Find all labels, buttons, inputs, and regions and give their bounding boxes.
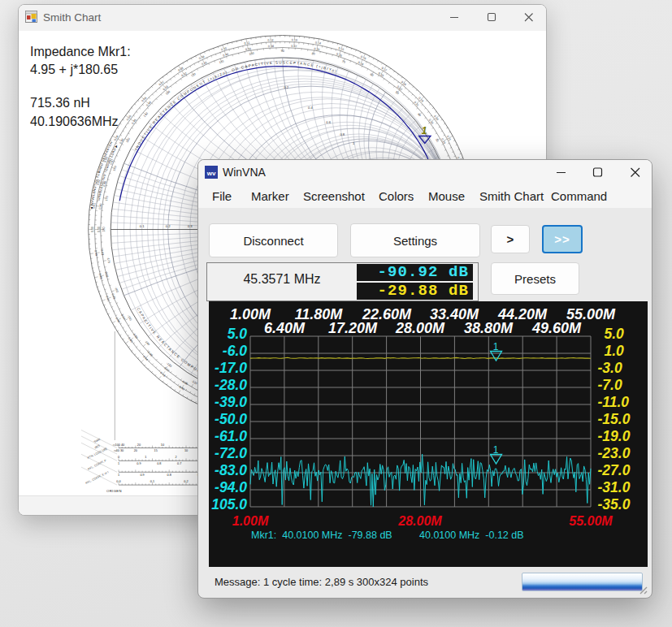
svg-text:-120: -120 <box>191 379 197 385</box>
svg-text:1: 1 <box>422 125 427 136</box>
svg-text:0.49: 0.49 <box>94 250 98 256</box>
svg-text:0.13: 0.13 <box>292 38 297 41</box>
svg-text:1: 1 <box>493 444 499 456</box>
svg-text:0.9: 0.9 <box>140 473 144 477</box>
svg-text:0.05: 0.05 <box>132 333 138 339</box>
svg-text:0.0: 0.0 <box>116 480 120 483</box>
svg-text:0.9: 0.9 <box>137 462 141 465</box>
svg-text:0.1: 0.1 <box>150 480 154 483</box>
svg-text:RFL. COEFF, E or I: RFL. COEFF, E or I <box>85 470 110 485</box>
svg-text:80: 80 <box>311 52 315 56</box>
svg-text:0.04: 0.04 <box>120 314 126 320</box>
svg-text:90: 90 <box>281 50 284 53</box>
svg-text:1: 1 <box>118 462 119 465</box>
svg-text:0.42: 0.42 <box>179 385 185 391</box>
svg-text:170: 170 <box>105 196 109 201</box>
svg-text:-170: -170 <box>106 257 111 263</box>
svg-text:160: 160 <box>113 166 118 171</box>
svg-text:0.7: 0.7 <box>177 462 181 465</box>
svg-text:0.8: 0.8 <box>167 473 171 477</box>
svg-text:0.39: 0.39 <box>245 47 252 51</box>
svg-text:20: 20 <box>134 449 137 452</box>
svg-text:120: 120 <box>190 72 196 77</box>
svg-text:110: 110 <box>219 59 224 64</box>
svg-text:150: 150 <box>125 137 130 143</box>
svg-text:∞40 30: ∞40 30 <box>114 449 124 452</box>
svg-text:130: 130 <box>165 90 171 96</box>
svg-text:0.37: 0.37 <box>291 45 297 48</box>
svg-text:0.1: 0.1 <box>140 224 145 228</box>
svg-text:0.12: 0.12 <box>267 38 273 41</box>
svg-text:0.08: 0.08 <box>182 380 189 386</box>
svg-text:0.00: 0.00 <box>98 227 101 232</box>
svg-text:0.02: 0.02 <box>104 271 109 278</box>
svg-text:∞100 40: ∞100 40 <box>113 443 124 447</box>
svg-text:100: 100 <box>249 52 254 56</box>
svg-text:10: 10 <box>184 449 188 452</box>
svg-text:0.36: 0.36 <box>314 47 320 51</box>
svg-text:0.00: 0.00 <box>91 227 94 232</box>
svg-text:1: 1 <box>118 473 119 477</box>
svg-text:0.01: 0.01 <box>100 249 104 255</box>
svg-text:-150: -150 <box>127 314 132 321</box>
svg-text:-160: -160 <box>114 287 119 293</box>
svg-text:180: 180 <box>102 227 106 232</box>
svg-text:0.40: 0.40 <box>223 53 229 58</box>
svg-text:0.8: 0.8 <box>340 132 345 136</box>
svg-text:0.46: 0.46 <box>115 317 120 323</box>
svg-text:RTN. LOSS [dB]: RTN. LOSS [dB] <box>87 448 107 461</box>
svg-text:-140: -140 <box>144 339 150 346</box>
svg-text:140: 140 <box>143 112 149 118</box>
svg-text:50: 50 <box>395 91 400 96</box>
svg-text:60: 60 <box>370 73 374 77</box>
svg-text:1: 1 <box>145 456 146 459</box>
svg-text:dBS: dBS <box>94 444 101 450</box>
svg-text:0.38: 0.38 <box>268 45 274 48</box>
svg-text:RFL. COEFF, P: RFL. COEFF, P <box>88 459 108 471</box>
svg-text:0.03: 0.03 <box>111 293 115 300</box>
svg-text:2: 2 <box>176 456 177 459</box>
svg-text:0.3: 0.3 <box>188 224 193 228</box>
svg-text:0: 0 <box>118 456 119 459</box>
svg-text:30: 30 <box>435 138 439 142</box>
svg-text:0.47: 0.47 <box>105 296 110 302</box>
svg-text:ORIGEN: ORIGEN <box>106 489 122 493</box>
svg-text:0.48: 0.48 <box>98 273 103 279</box>
svg-text:0.2: 0.2 <box>184 480 188 483</box>
svg-text:0.10: 0.10 <box>221 46 228 51</box>
svg-text:0.49: 0.49 <box>98 203 102 209</box>
svg-text:◀ WAVELENGTHS TOWARD GENERATOR: ◀ WAVELENGTHS TOWARD GENERATOR <box>90 141 114 210</box>
svg-text:0.2: 0.2 <box>166 224 171 228</box>
svg-text:wv: wv <box>206 170 216 177</box>
svg-text:0.8: 0.8 <box>157 462 161 465</box>
svg-text:70: 70 <box>341 60 345 64</box>
svg-text:0.4: 0.4 <box>308 106 313 110</box>
svg-text:0.35: 0.35 <box>336 53 343 58</box>
svg-text:0.43: 0.43 <box>159 371 166 378</box>
svg-text:20: 20 <box>137 443 141 447</box>
svg-text:40: 40 <box>417 113 422 118</box>
svg-text:0.15: 0.15 <box>338 46 345 51</box>
svg-text:1: 1 <box>493 341 499 352</box>
svg-text:10: 10 <box>161 443 164 447</box>
svg-text:15: 15 <box>154 449 158 452</box>
svg-text:0.2: 0.2 <box>284 85 288 89</box>
svg-text:0.6: 0.6 <box>326 120 331 124</box>
